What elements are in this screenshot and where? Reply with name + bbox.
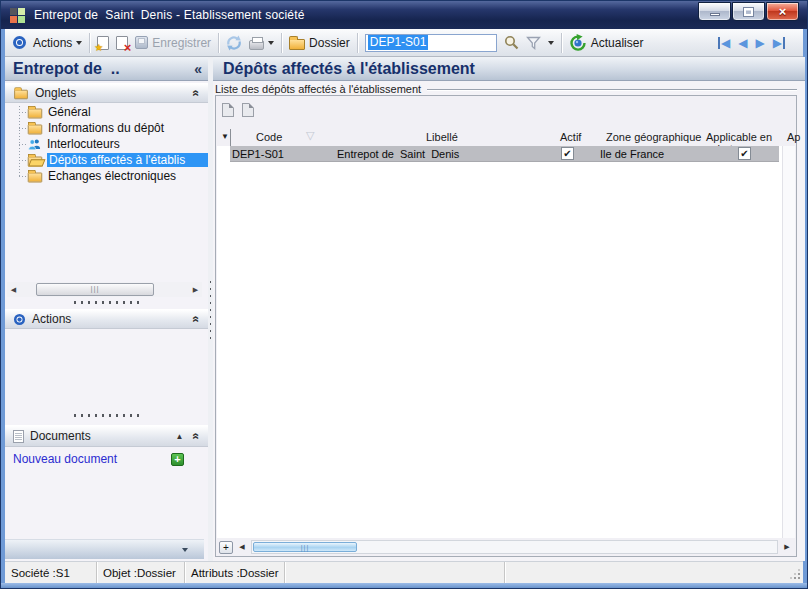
- document-icon: [13, 430, 24, 443]
- nav-last-button[interactable]: ▶: [773, 37, 785, 49]
- status-empty: [285, 562, 505, 583]
- column-header-zone[interactable]: Zone géographique: [606, 131, 701, 143]
- search-button[interactable]: [504, 35, 519, 50]
- nav-first-button[interactable]: ◀: [718, 37, 730, 49]
- checkbox-actif[interactable]: ✔: [561, 147, 574, 160]
- scrollbar-thumb[interactable]: |||: [36, 283, 154, 296]
- folder-icon: [289, 39, 305, 50]
- table-header: ▼ Code ▽ Libellé Actif Zone géographique…: [217, 128, 795, 146]
- scrollbar-thumb[interactable]: |||: [253, 542, 357, 552]
- minimize-button[interactable]: [698, 2, 731, 21]
- nav-next-button[interactable]: ▶: [756, 37, 765, 49]
- folder-icon: [28, 125, 42, 135]
- actions-collapse-icon[interactable]: «: [190, 316, 204, 323]
- scroll-right-icon[interactable]: ▶: [781, 543, 793, 551]
- window-bottom-border: [1, 583, 807, 589]
- filter-button[interactable]: [526, 36, 541, 50]
- filter-dropdown[interactable]: [548, 41, 554, 45]
- titlebar: Entrepot de Saint Denis - Etablissement …: [1, 1, 807, 29]
- documents-collapse-icon[interactable]: «: [190, 433, 204, 440]
- table-horizontal-scrollbar[interactable]: |||: [251, 540, 778, 554]
- actualiser-button[interactable]: Actualiser: [569, 34, 644, 52]
- reference-input[interactable]: DEP1-S01: [365, 34, 497, 52]
- tree-item-echanges-electroniques[interactable]: Echanges électroniques: [5, 168, 208, 184]
- delete-record-button[interactable]: ×: [116, 36, 128, 50]
- onglets-folder-icon: [14, 90, 28, 99]
- column-header-actif[interactable]: Actif: [560, 131, 581, 143]
- actualiser-refresh-icon: [569, 34, 587, 52]
- tree-item-interlocuteurs[interactable]: Interlocuteurs: [5, 136, 208, 152]
- restore-button[interactable]: [732, 2, 765, 21]
- onglets-panel-header[interactable]: Onglets «: [5, 83, 208, 103]
- status-societe: Société :S1: [5, 562, 97, 583]
- minimize-icon: [710, 13, 720, 16]
- new-record-button[interactable]: ★: [97, 36, 109, 50]
- app-icon[interactable]: [10, 8, 25, 23]
- column-header-code[interactable]: Code: [256, 131, 282, 143]
- print-dropdown[interactable]: [268, 41, 274, 45]
- nav-previous-button[interactable]: ◀: [738, 37, 747, 49]
- panel-splitter[interactable]: [5, 413, 208, 418]
- column-header-ap[interactable]: Ap: [787, 131, 800, 143]
- column-header-libelle[interactable]: Libellé: [426, 131, 458, 143]
- vertical-scrollbar-track[interactable]: [782, 146, 795, 538]
- window-title: Entrepot de Saint Denis - Etablissement …: [34, 8, 305, 22]
- depots-group-box: ▼ Code ▽ Libellé Actif Zone géographique…: [215, 95, 797, 557]
- open-folder-icon: [28, 157, 42, 167]
- save-button[interactable]: Enregistrer: [135, 36, 211, 50]
- folder-icon: [28, 109, 42, 119]
- toolbar: Actions ★ × Enregistrer: [5, 29, 803, 57]
- group-legend: Liste des dépôts affectés à l'établissem…: [215, 83, 797, 95]
- resize-grip[interactable]: [790, 569, 800, 579]
- scroll-left-icon[interactable]: ◀: [7, 286, 20, 294]
- tree-item-depots-affectes[interactable]: Dépôts affectés à l'établis: [5, 152, 208, 168]
- close-icon: ×: [779, 5, 787, 18]
- sidebar: Entrepot de .. « Onglets « Général Infor…: [5, 57, 208, 561]
- sort-indicator-icon: ▽: [306, 130, 314, 141]
- actions-caret-icon: [76, 41, 82, 45]
- main-header: Dépôts affectés à l'établissement: [213, 57, 805, 81]
- sidebar-footer: [5, 539, 204, 559]
- add-document-button[interactable]: +: [171, 453, 184, 466]
- actions-panel-header[interactable]: Actions «: [5, 309, 208, 329]
- scroll-left-icon[interactable]: ◀: [236, 543, 248, 551]
- reference-selected-text: DEP1-S01: [368, 35, 429, 50]
- add-row-button[interactable]: +: [219, 541, 233, 554]
- sidebar-collapse-button[interactable]: «: [194, 61, 202, 77]
- checkbox-applicable-achat[interactable]: ✔: [738, 147, 751, 160]
- actions-target-icon: [14, 313, 25, 324]
- close-button[interactable]: ×: [766, 2, 799, 21]
- tree-item-informations-depot[interactable]: Informations du dépôt: [5, 120, 208, 136]
- app-window: Entrepot de Saint Denis - Etablissement …: [0, 0, 808, 589]
- search-icon: [504, 35, 519, 50]
- onglets-collapse-icon[interactable]: «: [190, 90, 204, 97]
- cell-libelle: Entrepot de Saint Denis: [337, 148, 459, 160]
- main-pane: Dépôts affectés à l'établissement Liste …: [213, 57, 805, 561]
- cell-zone: Ile de France: [600, 148, 664, 160]
- dossier-button[interactable]: Dossier: [289, 36, 350, 50]
- status-bar: Société :S1 Objet :Dossier Attributs :Do…: [5, 561, 803, 583]
- status-attributs: Attributs :Dossier: [185, 562, 285, 583]
- footer-dropdown-icon[interactable]: [182, 548, 188, 552]
- actions-menu-button[interactable]: Actions: [33, 36, 82, 50]
- filter-funnel-icon: [526, 36, 541, 50]
- tree-item-general[interactable]: Général: [5, 104, 208, 120]
- documents-panel-header[interactable]: Documents ▲ «: [5, 425, 208, 447]
- print-button[interactable]: [249, 36, 274, 50]
- refresh-button[interactable]: [226, 35, 242, 51]
- row-selector-dropdown[interactable]: ▼: [221, 133, 229, 141]
- onglets-tree: Général Informations du dépôt Interlocut…: [5, 104, 208, 186]
- sidebar-horizontal-scrollbar[interactable]: ◀ ||| ▶: [7, 282, 202, 297]
- detach-icon[interactable]: [242, 103, 254, 117]
- table-body: [217, 146, 795, 538]
- scroll-right-icon[interactable]: ▶: [189, 286, 202, 294]
- attach-icon[interactable]: [222, 103, 234, 117]
- documents-up-icon[interactable]: ▲: [175, 432, 183, 441]
- nouveau-document-link[interactable]: Nouveau document: [13, 452, 117, 466]
- panel-splitter[interactable]: [5, 300, 208, 305]
- status-objet: Objet :Dossier: [97, 562, 185, 583]
- sidebar-header: Entrepot de .. «: [5, 57, 208, 81]
- table-row[interactable]: DEP1-S01 Entrepot de Saint Denis ✔ Ile d…: [230, 146, 779, 162]
- delete-page-icon: ×: [116, 36, 128, 50]
- actions-target-icon: [13, 36, 26, 49]
